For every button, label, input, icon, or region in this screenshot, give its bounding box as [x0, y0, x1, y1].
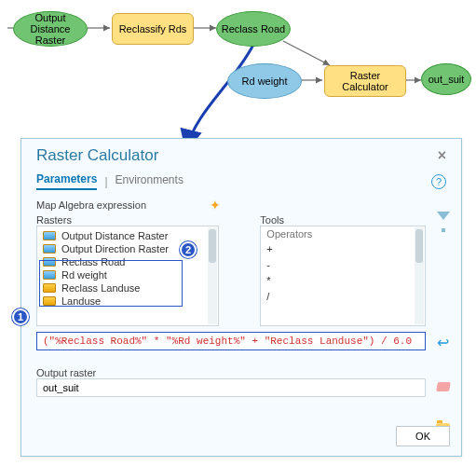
- model-flowchart: Output Distance Raster Reclassify Rds Re…: [0, 0, 476, 121]
- node-output-distance-raster[interactable]: Output Distance Raster: [13, 11, 88, 47]
- raster-layer-icon: [43, 231, 56, 240]
- tab-environments[interactable]: Environments: [116, 173, 184, 189]
- rasters-label: Rasters: [36, 214, 219, 226]
- callout-2: 2: [180, 241, 197, 258]
- dialog-title: Raster Calculator: [36, 146, 158, 165]
- node-label: Raster Calculator: [329, 70, 401, 92]
- node-reclassify-rds[interactable]: Reclassify Rds: [112, 13, 194, 45]
- output-raster-input[interactable]: out_suit: [36, 378, 426, 397]
- list-item-label: Output Direction Raster: [61, 243, 169, 254]
- expression-row: ("%Reclass Road%" * "%Rd weight%" + "Rec…: [36, 332, 426, 350]
- scrollbar[interactable]: [208, 227, 217, 324]
- node-out-suit[interactable]: out_suit: [421, 63, 471, 95]
- operator-item[interactable]: +: [261, 241, 425, 257]
- operators-header: Operators: [261, 228, 425, 241]
- raster-layer-icon: [43, 270, 56, 280]
- close-icon[interactable]: ×: [434, 147, 450, 164]
- list-item[interactable]: Reclass Landuse: [37, 281, 218, 295]
- filter-icon[interactable]: [437, 212, 450, 220]
- node-reclass-road[interactable]: Reclass Road: [216, 11, 291, 47]
- help-icon[interactable]: ?: [431, 174, 446, 189]
- tools-label: Tools: [260, 214, 426, 226]
- node-rd-weight[interactable]: Rd weight: [227, 63, 302, 99]
- dialog-header: Raster Calculator ×: [21, 139, 461, 169]
- tab-parameters[interactable]: Parameters: [36, 172, 97, 190]
- tab-separator: |: [104, 175, 107, 188]
- expression-text: ("%Reclass Road%" * "%Rd weight%" + "Rec…: [43, 336, 412, 347]
- raster-layer-icon: [43, 296, 56, 306]
- svg-line-2: [283, 41, 330, 65]
- node-label: Reclassify Rds: [119, 23, 187, 34]
- callout-1: 1: [12, 308, 29, 325]
- node-label: Reclass Road: [222, 23, 285, 34]
- list-item[interactable]: Output Distance Raster: [37, 229, 218, 242]
- list-item-label: Reclass Landuse: [61, 282, 140, 294]
- wrap-icon[interactable]: ↩: [437, 336, 449, 350]
- node-label: out_suit: [428, 74, 465, 85]
- expression-input[interactable]: ("%Reclass Road%" * "%Rd weight%" + "Rec…: [36, 332, 426, 350]
- raster-layer-icon: [43, 257, 56, 267]
- operator-item[interactable]: /: [261, 289, 425, 305]
- node-raster-calculator[interactable]: Raster Calculator: [324, 65, 406, 97]
- rasters-listbox[interactable]: Output Distance Raster Output Direction …: [36, 226, 219, 326]
- tab-bar: Parameters | Environments ?: [21, 169, 461, 190]
- node-label: Output Distance Raster: [18, 12, 83, 46]
- dialog-body: Map Algebra expression Rasters ✦ Output …: [21, 190, 461, 404]
- node-label: Rd weight: [242, 75, 288, 87]
- operator-item[interactable]: *: [261, 273, 425, 289]
- erase-icon[interactable]: [436, 382, 451, 391]
- tools-listbox[interactable]: Operators + - * /: [260, 226, 426, 326]
- list-item[interactable]: Landuse: [37, 295, 218, 308]
- raster-layer-icon: [43, 244, 56, 254]
- output-raster-label: Output raster: [36, 367, 426, 378]
- right-toolrail: ↩: [436, 212, 450, 433]
- map-algebra-label: Map Algebra expression: [36, 199, 426, 211]
- list-item-label: Landuse: [61, 295, 101, 307]
- ok-button[interactable]: OK: [396, 426, 450, 446]
- add-raster-icon[interactable]: ✦: [210, 198, 221, 212]
- operator-item[interactable]: -: [261, 257, 425, 273]
- scrollbar[interactable]: [415, 227, 424, 324]
- output-raster-value: out_suit: [43, 382, 79, 393]
- raster-layer-icon: [43, 283, 56, 293]
- list-item-label: Reclass Road: [61, 256, 125, 267]
- list-item[interactable]: Rd weight: [37, 268, 218, 281]
- list-item-label: Rd weight: [61, 269, 107, 281]
- raster-calculator-dialog: Raster Calculator × Parameters | Environ…: [20, 138, 462, 457]
- list-item-label: Output Distance Raster: [61, 230, 168, 241]
